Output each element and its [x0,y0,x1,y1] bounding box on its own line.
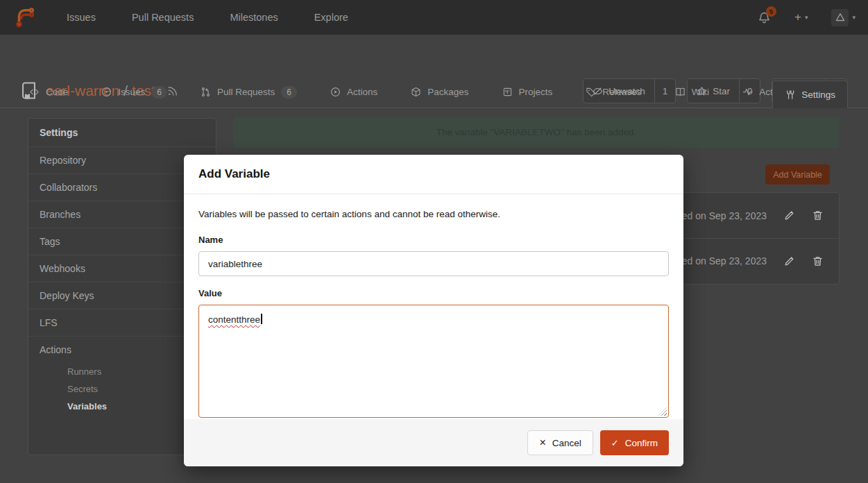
tag-icon [586,87,596,97]
tools-icon [785,90,795,100]
confirm-button[interactable]: ✓ Confirm [600,430,669,455]
issues-count-badge: 6 [151,86,167,99]
plus-icon: + [794,10,801,24]
success-banner-text: The variable "VARIABLETWO" has been adde… [436,127,636,137]
tab-code[interactable]: Code [29,87,68,97]
top-navbar: Issues Pull Requests Milestones Explore … [0,0,868,35]
navbar-right: 5 + ▾ ▾ [758,0,856,35]
project-board-icon [502,87,513,97]
add-variable-button[interactable]: Add Variable [765,164,830,185]
name-input[interactable] [198,251,669,276]
forgejo-logo-icon[interactable] [14,6,35,28]
repo-header: earl-warren/test Unwatch [0,35,868,76]
pull-request-icon [201,87,211,97]
nav-milestones-link[interactable]: Milestones [230,12,278,23]
close-icon: × [539,437,545,448]
chevron-down-icon: ▾ [852,14,856,21]
edit-pencil-icon[interactable] [783,255,795,267]
delete-trash-icon[interactable] [812,210,824,221]
play-circle-icon [330,87,341,97]
navbar-links: Issues Pull Requests Milestones Explore [67,12,348,23]
tab-wiki[interactable]: Wiki [675,87,710,97]
book-icon [675,87,686,97]
cancel-button[interactable]: × Cancel [527,430,593,455]
app-window: Issues Pull Requests Milestones Explore … [0,0,868,483]
tab-settings[interactable]: Settings [772,80,848,108]
issue-circle-icon [101,87,112,97]
create-new-dropdown[interactable]: + ▾ [794,10,808,24]
pull-requests-count-badge: 6 [281,86,297,99]
user-menu-dropdown[interactable]: ▾ [831,9,856,26]
modal-body: Variables will be passed to certain acti… [184,194,683,432]
tab-projects[interactable]: Projects [502,87,553,97]
modal-header: Add Variable [184,155,683,194]
tab-actions[interactable]: Actions [330,87,377,97]
tab-packages[interactable]: Packages [411,87,468,97]
tab-releases[interactable]: Releases [586,87,641,97]
tab-issues[interactable]: Issues 6 [101,86,167,99]
tab-pull-requests[interactable]: Pull Requests 6 [201,86,297,99]
repo-tab-bar: Code Issues 6 Pull Requests 6 [0,76,868,108]
code-icon [29,87,40,97]
value-text: contentthree [208,314,260,325]
value-field-label: Value [198,288,669,298]
nav-issues-link[interactable]: Issues [67,12,96,23]
chevron-down-icon: ▾ [805,14,808,21]
value-textarea[interactable]: contentthree [198,305,669,418]
modal-footer: × Cancel ✓ Confirm [184,419,683,466]
nav-explore-link[interactable]: Explore [314,12,348,23]
pulse-icon [742,87,753,97]
notification-count-badge: 5 [766,6,776,17]
resize-handle[interactable] [658,407,667,416]
notifications-button[interactable]: 5 [758,11,771,24]
delete-trash-icon[interactable] [812,255,824,267]
sidebar-header: Settings [28,119,216,146]
name-field-label: Name [198,235,669,245]
avatar [831,9,849,26]
modal-title: Add Variable [198,167,270,181]
package-icon [411,87,421,97]
success-banner: The variable "VARIABLETWO" has been adde… [233,117,840,148]
nav-pull-requests-link[interactable]: Pull Requests [132,12,194,23]
check-icon: ✓ [611,439,619,448]
modal-description: Variables will be passed to certain acti… [198,209,669,219]
text-cursor [261,314,262,324]
edit-pencil-icon[interactable] [783,210,795,221]
add-variable-modal: Add Variable Variables will be passed to… [184,155,683,466]
